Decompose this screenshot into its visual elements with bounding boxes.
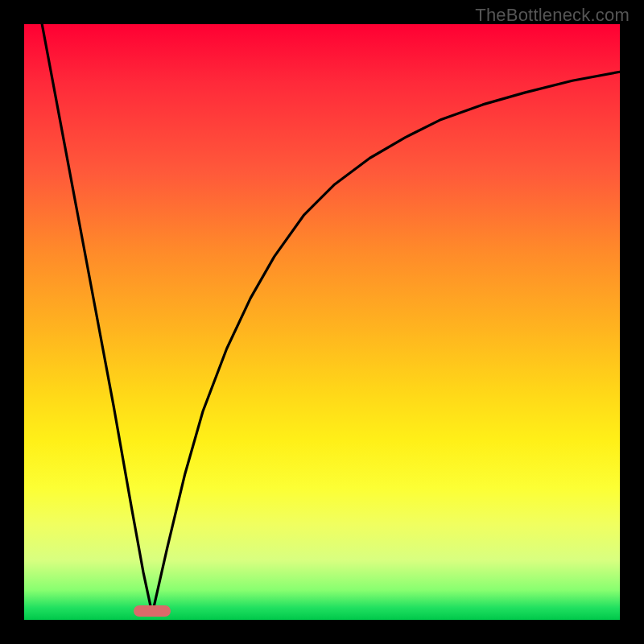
chart-frame: TheBottleneck.com bbox=[0, 0, 644, 644]
watermark-text: TheBottleneck.com bbox=[475, 5, 630, 26]
optimal-marker bbox=[134, 605, 171, 617]
plot-area bbox=[24, 24, 620, 620]
curve-layer bbox=[24, 24, 620, 620]
bottleneck-curve bbox=[42, 24, 620, 614]
